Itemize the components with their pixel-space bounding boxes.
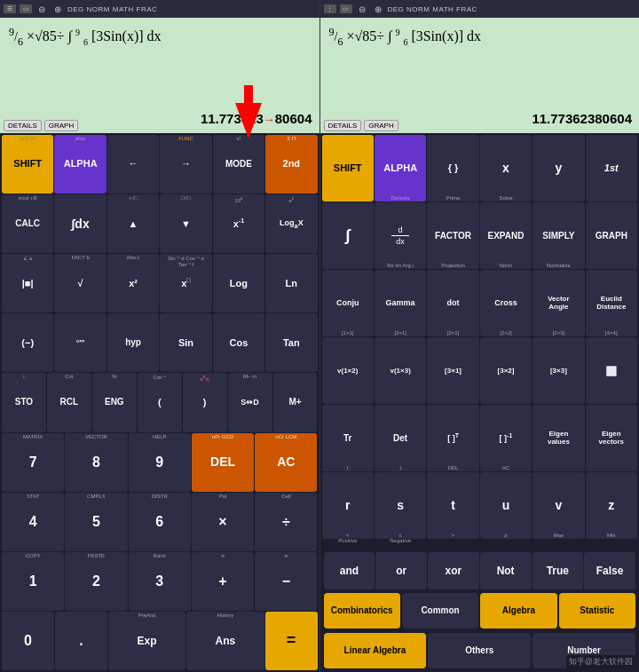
inv-matrix-key[interactable]: [ ]-1 AC	[480, 405, 532, 471]
eigenvec-key[interactable]: Eigenvectors	[586, 405, 637, 471]
m3x3-key[interactable]: [3×3]	[532, 337, 584, 404]
mplus-key[interactable]: M+	[273, 373, 318, 431]
rcl-key[interactable]: RCL Cot	[47, 373, 91, 431]
integral-key[interactable]: ∫dx	[54, 194, 106, 253]
2nd-key[interactable]: 2nd Σ Π	[265, 135, 317, 194]
right-alpha-key[interactable]: ALPHA Divisors	[375, 135, 426, 202]
left-details-btn[interactable]: DETAILS	[4, 120, 42, 131]
menu-icon[interactable]: ☰	[4, 4, 16, 13]
ln-key[interactable]: Ln	[265, 254, 317, 312]
xor-key[interactable]: xor	[428, 552, 479, 589]
shift-key[interactable]: SHIFT SOLVE	[2, 135, 53, 194]
and-key[interactable]: and	[324, 552, 375, 589]
sto-key[interactable]: STO i	[2, 373, 46, 431]
var-u-key[interactable]: u ≥	[480, 472, 532, 539]
key-7[interactable]: 7 MATRIX	[2, 433, 64, 492]
log-key[interactable]: Log	[213, 254, 264, 312]
right-plus-icon[interactable]: ⊕	[372, 4, 384, 13]
sin-key[interactable]: Sin	[160, 313, 211, 372]
up-key[interactable]: ▲ +√□	[107, 194, 159, 253]
minus-icon[interactable]: ⊖	[36, 4, 48, 13]
equals-key[interactable]: =	[265, 612, 318, 670]
simply-key[interactable]: SIMPLY Normalize	[532, 202, 584, 269]
1st-key[interactable]: 1st	[586, 135, 637, 202]
dot-key-r[interactable]: dot [2×1]	[427, 270, 478, 336]
y-var-key[interactable]: y	[532, 135, 584, 202]
tan-key[interactable]: Tan	[265, 313, 317, 372]
braces-key[interactable]: { } Prime	[427, 135, 478, 202]
others-btn[interactable]: Others	[428, 633, 531, 668]
euclid-key[interactable]: EuclidDistance [4×4]	[586, 270, 637, 336]
combinatorics-btn[interactable]: Combinatorics	[324, 593, 400, 629]
key-1[interactable]: 1 COPY	[2, 552, 64, 611]
key-8[interactable]: 8 VECTOR	[65, 433, 127, 492]
xpow-key[interactable]: x□ Sin⁻¹ d Cos⁻¹ e Tan⁻¹ f	[160, 254, 211, 312]
del-key[interactable]: DEL nPr GCD	[192, 433, 254, 492]
left-graph-btn[interactable]: GRAPH	[44, 120, 78, 131]
algebra-btn[interactable]: Algebra	[480, 593, 556, 629]
factor-key[interactable]: FACTOR Projection	[427, 202, 478, 269]
or-key[interactable]: or	[375, 552, 427, 589]
key-0[interactable]: 0	[2, 612, 54, 670]
rparen-key[interactable]: ) ab/c	[183, 373, 227, 431]
vector-angle-key[interactable]: VectorAngle [2×3]	[532, 270, 584, 336]
false-key[interactable]: False	[584, 552, 635, 589]
var-z-key[interactable]: z Min	[586, 472, 637, 539]
key-9[interactable]: 9 HELP	[129, 433, 191, 492]
expand-key[interactable]: EXPAND Norm	[480, 202, 532, 269]
ac-key[interactable]: AC nCr LCM	[255, 433, 317, 492]
var-t-key[interactable]: t >	[427, 472, 478, 539]
key-4[interactable]: 4 STAT	[2, 493, 64, 551]
hyp-key[interactable]: hyp	[107, 313, 159, 372]
right-shift-key[interactable]: SHIFT	[322, 135, 374, 202]
matrix-custom-key[interactable]: ▦	[586, 337, 637, 404]
transpose-key[interactable]: [ ]T DEL	[427, 405, 478, 471]
eng-key[interactable]: ENG %	[92, 373, 137, 431]
cross-key[interactable]: Cross [2×2]	[480, 270, 532, 336]
right-menu-icon[interactable]: ⋮	[324, 4, 336, 13]
neg-key[interactable]: (−)	[2, 313, 53, 372]
right-integral-key[interactable]: ∫	[322, 202, 374, 269]
sd-key[interactable]: S⇔D M− m	[228, 373, 272, 431]
key-6[interactable]: 6 DISTR	[129, 493, 191, 551]
det-key[interactable]: Det )	[375, 405, 426, 471]
key-3[interactable]: 3 Ran#	[129, 552, 191, 611]
m3x2-key[interactable]: [3×2]	[480, 337, 532, 404]
right-details-btn[interactable]: DETAILS	[324, 120, 362, 131]
down-key[interactable]: ▼ □√□	[160, 194, 211, 253]
deriv-key[interactable]: d dx Re Im Arg i	[375, 202, 426, 269]
conju-key[interactable]: Conju [1×1]	[322, 270, 374, 336]
ans-key[interactable]: Ans History	[186, 612, 264, 670]
logax-key[interactable]: LogaX ex	[265, 194, 317, 253]
v1x3-key[interactable]: v(1×3)	[375, 337, 426, 404]
calc-key[interactable]: CALC mod +R	[2, 194, 53, 253]
x-var-key[interactable]: x Solve	[480, 135, 532, 202]
not-key[interactable]: Not	[480, 552, 532, 589]
gamma-key[interactable]: Gamma [3×1]	[375, 270, 426, 336]
var-v-key[interactable]: v Max	[532, 472, 584, 539]
sub-key[interactable]: − e	[255, 552, 317, 611]
key-5[interactable]: 5 CMPLX	[65, 493, 127, 551]
sqrt-key[interactable]: √ FACT b	[54, 254, 106, 312]
plus-icon[interactable]: ⊕	[51, 4, 64, 13]
div-key[interactable]: ÷ Cell	[255, 493, 317, 551]
lparen-key[interactable]: ( Cot⁻¹	[138, 373, 182, 431]
v1x2-key[interactable]: v(1×2)	[322, 337, 374, 404]
x2-key[interactable]: x² Abs c	[107, 254, 159, 312]
cos-key[interactable]: Cos	[213, 313, 264, 372]
abs-key[interactable]: |■| ∠ a	[2, 254, 53, 312]
key-2[interactable]: 2 PASTE	[65, 552, 127, 611]
trace-key[interactable]: Tr (	[322, 405, 374, 471]
right-graph-btn[interactable]: GRAPH	[364, 120, 398, 131]
x-inv-key[interactable]: x-1 10x	[213, 194, 264, 253]
right-arrow-key[interactable]: → FUNC	[160, 135, 211, 194]
eigenval-key[interactable]: Eigenvalues	[532, 405, 584, 471]
dot-key[interactable]: .	[55, 612, 107, 670]
m3x1-key[interactable]: [3×1]	[427, 337, 478, 404]
mode-key[interactable]: MODE x!	[213, 135, 264, 194]
statistic-btn[interactable]: Statistic	[559, 593, 635, 629]
common-btn[interactable]: Common	[402, 593, 478, 629]
right-graph-key[interactable]: GRAPH	[586, 202, 637, 269]
right-minus-icon[interactable]: ⊖	[356, 4, 368, 13]
var-r-key[interactable]: r <	[322, 472, 374, 539]
